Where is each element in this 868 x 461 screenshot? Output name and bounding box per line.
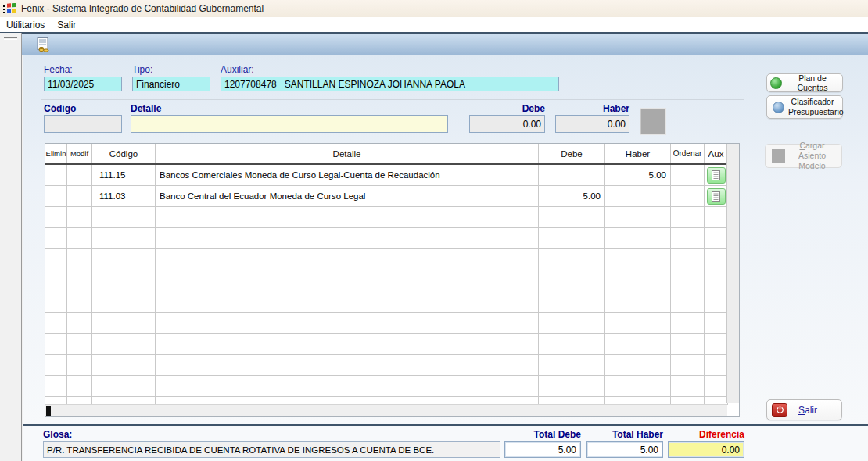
- cell-modif[interactable]: [67, 334, 92, 355]
- cell-detalle[interactable]: [156, 355, 539, 376]
- cell-aux[interactable]: [705, 249, 728, 270]
- cell-detalle[interactable]: [156, 249, 539, 270]
- table-row[interactable]: [45, 291, 739, 313]
- cell-modif[interactable]: [67, 270, 92, 291]
- cell-debe[interactable]: [539, 207, 605, 228]
- cell-elimin[interactable]: [45, 165, 67, 186]
- cell-modif[interactable]: [67, 376, 92, 397]
- cell-elimin[interactable]: [45, 207, 67, 228]
- cargar-asiento-modelo-button[interactable]: Cargar Asiento Modelo: [765, 144, 842, 168]
- cell-haber[interactable]: [605, 313, 671, 334]
- cell-aux[interactable]: [705, 334, 728, 355]
- cell-haber[interactable]: [605, 355, 671, 376]
- cell-codigo[interactable]: [92, 376, 156, 397]
- cell-codigo[interactable]: [92, 291, 156, 313]
- cell-detalle[interactable]: [156, 334, 539, 355]
- cell-aux[interactable]: [705, 376, 728, 397]
- cell-debe[interactable]: [539, 334, 605, 355]
- salir-button[interactable]: Salir: [766, 399, 842, 420]
- cell-codigo[interactable]: [92, 270, 156, 291]
- codigo-entry-input[interactable]: [44, 115, 122, 133]
- cell-haber[interactable]: [605, 207, 671, 228]
- menu-item-utilitarios[interactable]: Utilitarios: [0, 18, 51, 32]
- cell-codigo[interactable]: [92, 228, 156, 249]
- aux-detail-button[interactable]: [707, 167, 726, 184]
- cell-modif[interactable]: [67, 291, 92, 313]
- cell-elimin[interactable]: [45, 186, 67, 207]
- cell-ordenar[interactable]: [671, 291, 705, 313]
- cell-detalle[interactable]: [156, 376, 539, 397]
- new-entry-toolbar-button[interactable]: [34, 36, 52, 53]
- table-row[interactable]: [45, 249, 739, 270]
- cell-ordenar[interactable]: [671, 355, 705, 376]
- cell-ordenar[interactable]: [671, 207, 705, 228]
- cell-elimin[interactable]: [45, 270, 67, 291]
- cell-elimin[interactable]: [45, 249, 67, 270]
- cell-codigo[interactable]: [92, 249, 156, 270]
- cell-aux[interactable]: [705, 207, 728, 228]
- cell-detalle[interactable]: [156, 207, 539, 228]
- cell-debe[interactable]: [539, 355, 605, 376]
- col-header-debe[interactable]: Debe: [539, 144, 605, 163]
- table-row[interactable]: [45, 313, 739, 334]
- cell-ordenar[interactable]: [671, 270, 705, 291]
- haber-entry-input[interactable]: 0.00: [555, 115, 629, 133]
- cell-ordenar[interactable]: [671, 334, 705, 355]
- horizontal-scrollbar-thumb[interactable]: [46, 406, 51, 416]
- cell-aux[interactable]: [705, 355, 728, 376]
- cell-ordenar[interactable]: [671, 313, 705, 334]
- cell-modif[interactable]: [67, 186, 92, 207]
- cell-ordenar[interactable]: [671, 249, 705, 270]
- col-header-detalle[interactable]: Detalle: [156, 144, 539, 163]
- menu-item-salir[interactable]: Salir: [51, 18, 82, 32]
- glosa-input[interactable]: P/R. TRANSFERENCIA RECIBIDA DE CUENTA RO…: [43, 441, 500, 458]
- cell-elimin[interactable]: [45, 334, 67, 355]
- cell-codigo[interactable]: [92, 207, 156, 228]
- auxiliar-input[interactable]: 1207708478 SANTILLAN ESPINOZA JOHANNA PA…: [221, 77, 559, 91]
- col-header-ordenar[interactable]: Ordenar: [671, 144, 705, 163]
- cell-haber[interactable]: [605, 270, 671, 291]
- cell-aux[interactable]: [705, 228, 728, 249]
- col-header-codigo[interactable]: Código: [92, 144, 156, 163]
- cell-aux[interactable]: [705, 291, 728, 313]
- col-header-modif[interactable]: Modif: [67, 144, 92, 163]
- debe-entry-input[interactable]: 0.00: [469, 115, 545, 133]
- col-header-aux[interactable]: Aux: [705, 144, 728, 163]
- cell-elimin[interactable]: [45, 376, 67, 397]
- aux-detail-button[interactable]: [707, 188, 726, 205]
- cell-haber[interactable]: [605, 228, 671, 249]
- cell-aux[interactable]: [705, 313, 728, 334]
- cell-codigo[interactable]: [92, 313, 156, 334]
- clasificador-presupuestario-button[interactable]: Clasificador Presupuestario: [766, 95, 843, 119]
- table-row[interactable]: [45, 334, 739, 355]
- cell-debe[interactable]: [539, 376, 605, 397]
- cell-haber[interactable]: [605, 376, 671, 397]
- table-row[interactable]: [45, 355, 739, 376]
- cell-elimin[interactable]: [45, 313, 67, 334]
- cell-detalle[interactable]: [156, 291, 539, 313]
- cell-debe[interactable]: [539, 249, 605, 270]
- cell-elimin[interactable]: [45, 355, 67, 376]
- cell-debe[interactable]: [539, 270, 605, 291]
- cell-elimin[interactable]: [45, 228, 67, 249]
- cell-ordenar[interactable]: [671, 376, 705, 397]
- vertical-scrollbar[interactable]: [726, 144, 739, 403]
- cell-ordenar[interactable]: [671, 186, 705, 207]
- add-entry-button[interactable]: [640, 109, 665, 134]
- cell-elimin[interactable]: [45, 291, 67, 313]
- col-header-elimin[interactable]: Elimin: [45, 144, 67, 163]
- cell-modif[interactable]: [67, 228, 92, 249]
- cell-codigo[interactable]: [92, 334, 156, 355]
- cell-haber[interactable]: [605, 249, 671, 270]
- cell-modif[interactable]: [67, 165, 92, 186]
- table-row[interactable]: [45, 228, 739, 249]
- cell-debe[interactable]: [539, 228, 605, 249]
- cell-haber[interactable]: [605, 334, 671, 355]
- tipo-input[interactable]: Financiero: [132, 77, 210, 91]
- detalle-entry-input[interactable]: [131, 115, 448, 133]
- cell-ordenar[interactable]: [671, 165, 705, 186]
- table-row[interactable]: 111.15 Bancos Comerciales Moneda de Curs…: [45, 165, 739, 186]
- cell-codigo[interactable]: [92, 355, 156, 376]
- cell-debe[interactable]: [539, 291, 605, 313]
- horizontal-scrollbar[interactable]: [45, 404, 727, 416]
